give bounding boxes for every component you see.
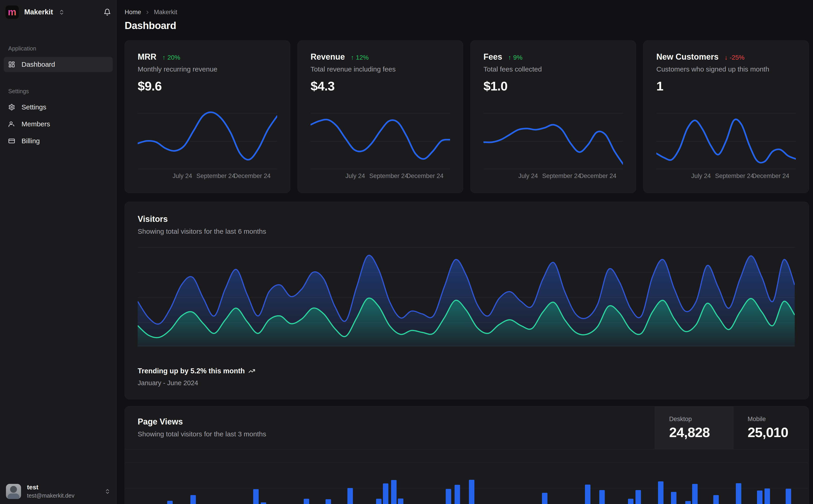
fees-sparkline-chart bbox=[483, 103, 623, 169]
stat-subtitle: Total revenue including fees bbox=[311, 65, 450, 73]
x-axis-ticks: July 24 September 24 December 24 bbox=[311, 172, 450, 179]
trend-arrow-icon: ↑ bbox=[508, 54, 511, 61]
x-axis-ticks: July 24 September 24 December 24 bbox=[138, 172, 277, 179]
sidebar-item-dashboard[interactable]: Dashboard bbox=[4, 57, 113, 72]
dashboard-icon bbox=[8, 61, 15, 68]
sidebar-item-members[interactable]: Members bbox=[4, 117, 113, 132]
stat-value: 1 bbox=[656, 79, 796, 93]
visitors-period: January - June 2024 bbox=[138, 379, 796, 387]
x-tick: July 24 bbox=[691, 172, 711, 180]
members-icon bbox=[8, 121, 15, 127]
page-title: Dashboard bbox=[125, 20, 809, 31]
toggle-mobile[interactable]: Mobile 25,010 bbox=[733, 406, 809, 449]
bell-icon[interactable] bbox=[104, 8, 111, 16]
x-tick: September 24 bbox=[542, 172, 581, 180]
page-views-card: Page Views Showing total visitors for th… bbox=[125, 406, 809, 504]
stat-value: $4.3 bbox=[311, 79, 450, 93]
stat-card-mrr: MRR ↑20% Monthly recurring revenue $9.6 … bbox=[125, 40, 290, 193]
sidebar-nav: Application Dashboard Settings Settings … bbox=[0, 45, 116, 149]
trend-pct: -25% bbox=[730, 54, 744, 61]
stat-cards-row: MRR ↑20% Monthly recurring revenue $9.6 … bbox=[125, 40, 809, 193]
stat-title: Revenue bbox=[311, 52, 345, 62]
x-tick: December 24 bbox=[234, 172, 271, 180]
page-views-title: Page Views bbox=[138, 417, 642, 427]
trend-pct: 20% bbox=[167, 54, 180, 61]
x-tick: September 24 bbox=[196, 172, 235, 180]
stat-value: $9.6 bbox=[138, 79, 277, 93]
trend-arrow-icon: ↑ bbox=[351, 54, 354, 61]
visitors-trend-text: Trending up by 5.2% this month bbox=[138, 367, 245, 375]
user-menu[interactable]: test test@makerkit.dev bbox=[0, 479, 116, 504]
app-root: m Makerkit Application Dashboard Setting… bbox=[0, 0, 813, 504]
trend-pct: 12% bbox=[356, 54, 369, 61]
user-email: test@makerkit.dev bbox=[27, 492, 74, 499]
x-tick: September 24 bbox=[369, 172, 408, 180]
toggle-label: Desktop bbox=[669, 416, 733, 423]
x-tick: September 24 bbox=[715, 172, 754, 180]
sidebar-item-settings[interactable]: Settings bbox=[4, 100, 113, 115]
billing-card-icon bbox=[8, 138, 15, 144]
new-customers-sparkline-chart bbox=[656, 103, 796, 169]
toggle-value: 25,010 bbox=[748, 424, 809, 440]
x-tick: December 24 bbox=[579, 172, 616, 180]
trend-pct: 9% bbox=[513, 54, 522, 61]
x-tick: July 24 bbox=[518, 172, 538, 180]
trend-arrow-icon: ↑ bbox=[162, 54, 165, 61]
trend-badge: ↑20% bbox=[162, 54, 180, 61]
workspace-name: Makerkit bbox=[24, 8, 53, 16]
visitors-title: Visitors bbox=[138, 214, 796, 224]
sidebar-item-label: Billing bbox=[21, 137, 40, 145]
main-content: Home Makerkit Dashboard MRR ↑20% Monthly… bbox=[117, 0, 813, 504]
toggle-value: 24,828 bbox=[669, 424, 733, 440]
stat-title: New Customers bbox=[656, 52, 719, 62]
chevrons-up-down-icon bbox=[104, 488, 110, 494]
stat-card-fees: Fees ↑9% Total fees collected $1.0 July … bbox=[470, 40, 636, 193]
sidebar-item-label: Settings bbox=[21, 103, 46, 111]
x-axis-ticks: July 24 September 24 December 24 bbox=[656, 172, 796, 179]
trend-badge: ↑9% bbox=[508, 54, 522, 61]
breadcrumb-home-link[interactable]: Home bbox=[125, 9, 141, 16]
sidebar-item-billing[interactable]: Billing bbox=[4, 133, 113, 149]
makerkit-logo: m bbox=[5, 5, 19, 19]
visitors-footer: Trending up by 5.2% this month January -… bbox=[138, 367, 796, 387]
chevrons-up-down-icon bbox=[58, 9, 65, 15]
x-tick: July 24 bbox=[345, 172, 365, 180]
mrr-sparkline-chart bbox=[138, 103, 277, 169]
user-name: test bbox=[27, 484, 74, 491]
stat-subtitle: Total fees collected bbox=[483, 65, 623, 73]
nav-section-settings: Settings bbox=[4, 88, 113, 95]
toggle-label: Mobile bbox=[748, 416, 809, 423]
stat-subtitle: Customers who signed up this month bbox=[656, 65, 796, 73]
trend-badge: ↓-25% bbox=[725, 54, 744, 61]
trend-badge: ↑12% bbox=[351, 54, 369, 61]
stat-title: MRR bbox=[138, 52, 156, 62]
page-views-subtitle: Showing total visitors for the last 3 mo… bbox=[138, 430, 642, 438]
workspace-switcher[interactable]: m Makerkit bbox=[0, 0, 116, 24]
trending-up-icon bbox=[248, 368, 255, 374]
toggle-desktop[interactable]: Desktop 24,828 bbox=[655, 406, 733, 449]
stat-card-new-customers: New Customers ↓-25% Customers who signed… bbox=[643, 40, 809, 193]
revenue-sparkline-chart bbox=[311, 103, 450, 169]
stat-subtitle: Monthly recurring revenue bbox=[138, 65, 277, 73]
x-tick: December 24 bbox=[752, 172, 789, 180]
stat-card-revenue: Revenue ↑12% Total revenue including fee… bbox=[298, 40, 463, 193]
stat-title: Fees bbox=[483, 52, 502, 62]
sidebar-item-label: Members bbox=[21, 120, 50, 128]
nav-section-application: Application bbox=[4, 45, 113, 52]
breadcrumb: Home Makerkit bbox=[125, 9, 809, 16]
x-tick: July 24 bbox=[172, 172, 192, 180]
visitors-subtitle: Showing total visitors for the last 6 mo… bbox=[138, 228, 796, 235]
settings-gear-icon bbox=[8, 104, 15, 111]
chevron-right-icon bbox=[145, 10, 150, 15]
page-views-header: Page Views Showing total visitors for th… bbox=[125, 406, 809, 449]
avatar bbox=[6, 484, 21, 499]
user-meta: test test@makerkit.dev bbox=[27, 484, 74, 499]
visitors-area-chart bbox=[138, 246, 796, 348]
sidebar-item-label: Dashboard bbox=[21, 61, 55, 68]
trend-arrow-icon: ↓ bbox=[725, 54, 728, 61]
x-axis-ticks: July 24 September 24 December 24 bbox=[483, 172, 623, 179]
breadcrumb-current: Makerkit bbox=[154, 9, 177, 16]
stat-value: $1.0 bbox=[483, 79, 623, 93]
logo-letter: m bbox=[8, 7, 16, 17]
visitors-card: Visitors Showing total visitors for the … bbox=[125, 202, 809, 399]
